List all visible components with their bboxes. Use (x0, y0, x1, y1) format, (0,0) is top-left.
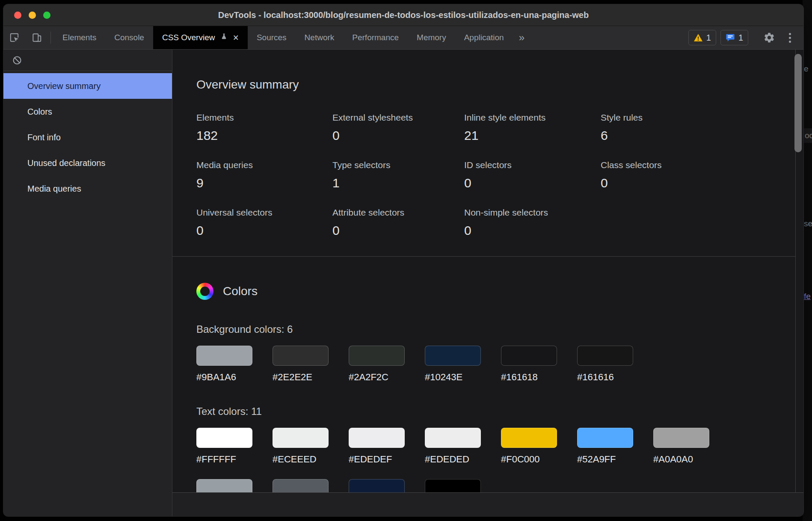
sidebar-item[interactable]: Font info (3, 124, 172, 150)
color-swatch-chip[interactable] (501, 346, 557, 366)
panel-tab[interactable]: Console × (105, 26, 153, 49)
panel-tab-label: CSS Overview (162, 33, 215, 42)
more-tabs-button[interactable]: » (513, 26, 530, 49)
panel-tab[interactable]: Elements × (53, 26, 105, 49)
stat-value: 9 (196, 174, 332, 192)
sidebar-item[interactable]: Overview summary (3, 73, 172, 99)
background-link-fragment: fe (804, 292, 811, 301)
sidebar-item-label: Colors (27, 107, 52, 117)
stat-value: 0 (332, 126, 464, 145)
color-swatch-chip[interactable] (425, 479, 481, 493)
css-overview-sidebar: Overview summary Colors Font info Unused… (3, 50, 172, 516)
color-swatch-chip[interactable] (653, 428, 709, 448)
stat-value: 6 (601, 126, 795, 145)
panel-tab-label: Memory (417, 33, 446, 42)
inspect-element-icon[interactable] (3, 26, 26, 49)
panel-tab[interactable]: Memory × (408, 26, 455, 49)
color-swatch-hex: #F0C000 (501, 454, 557, 465)
color-swatch-hex: #161618 (501, 372, 557, 382)
color-swatch: #A0A0A0 (653, 428, 709, 465)
messages-badge[interactable]: 1 (720, 30, 748, 45)
color-swatch-hex: #EDEDEF (349, 454, 405, 465)
color-swatch-hex: #ECEEED (273, 454, 329, 465)
sidebar-item-label: Media queries (27, 184, 81, 194)
colors-heading: Colors (223, 284, 258, 298)
warnings-badge[interactable]: 1 (688, 30, 716, 45)
panel-tab[interactable]: Network × (296, 26, 344, 49)
panel-tabs: Elements × Console (53, 26, 513, 49)
settings-gear-icon[interactable] (758, 32, 780, 44)
close-tab-icon[interactable]: × (233, 33, 238, 43)
device-toolbar-icon[interactable] (26, 26, 48, 49)
pane-bottom-strip (172, 492, 803, 516)
color-swatch-chip[interactable] (273, 428, 329, 448)
color-swatch: #FFFFFF (196, 428, 252, 465)
color-swatch (425, 479, 481, 493)
clipped-colors-row (196, 479, 795, 493)
color-swatch: #10243E (425, 346, 481, 382)
panel-tab-label: Elements (62, 33, 96, 42)
color-swatch (349, 479, 405, 493)
color-swatch-chip[interactable] (196, 346, 252, 366)
color-swatch-hex: #161616 (577, 372, 633, 382)
sidebar-list: Overview summary Colors Font info Unused… (3, 71, 172, 201)
summary-stat: Elements 182 (196, 111, 332, 145)
color-swatch-chip[interactable] (196, 428, 252, 448)
color-swatch-chip[interactable] (349, 428, 405, 448)
stat-value: 1 (332, 174, 464, 192)
color-swatch: #161618 (501, 346, 557, 382)
color-swatch-chip[interactable] (349, 479, 405, 493)
sidebar-toolbar (3, 50, 172, 71)
color-swatch-chip[interactable] (196, 479, 252, 493)
color-swatch-chip[interactable] (577, 428, 633, 448)
panel-tab-label: Network (305, 33, 335, 42)
color-swatch-hex: #9BA1A6 (196, 372, 252, 382)
color-swatch-chip[interactable] (273, 346, 329, 366)
vertical-scrollbar-thumb[interactable] (794, 54, 802, 152)
color-swatch-hex: #2E2E2E (273, 372, 329, 382)
devtools-toolbar: Elements × Console (3, 26, 803, 50)
panel-tab[interactable]: Performance × (343, 26, 408, 49)
color-swatch-hex: #52A9FF (577, 454, 633, 465)
devtools-content: Overview summary Colors Font info Unused… (3, 50, 803, 516)
stat-value: 0 (332, 221, 464, 240)
color-swatch-hex: #2A2F2C (349, 372, 405, 382)
sidebar-item-label: Font info (27, 133, 61, 142)
panel-tab-label: Sources (257, 33, 287, 42)
more-options-kebab-icon[interactable] (780, 33, 799, 43)
panel-tab[interactable]: Application × (455, 26, 513, 49)
stat-value: 21 (464, 126, 601, 145)
minimize-window-button[interactable] (29, 12, 36, 19)
color-swatch: #2E2E2E (273, 346, 329, 382)
close-window-button[interactable] (14, 12, 21, 19)
background-text-fragment: oc (804, 128, 812, 143)
color-swatch-hex: #FFFFFF (196, 454, 252, 465)
summary-stat: Class selectors 0 (601, 159, 795, 192)
background-window-sliver: e oc se fe (803, 0, 812, 521)
devtools-window: DevTools - localhost:3000/blog/resumen-d… (3, 4, 803, 516)
sidebar-item[interactable]: Colors (3, 99, 172, 124)
stat-label: Inline style elements (464, 111, 601, 124)
color-swatch-chip[interactable] (349, 346, 405, 366)
color-swatch: #9BA1A6 (196, 346, 252, 382)
panel-tab-label: Application (464, 33, 504, 42)
clear-overview-icon[interactable] (12, 55, 22, 65)
panel-tab[interactable]: Sources × (248, 26, 296, 49)
panel-tab[interactable]: CSS Overview × (153, 26, 248, 49)
color-swatch: #ECEEED (273, 428, 329, 465)
sidebar-item[interactable]: Media queries (3, 176, 172, 201)
color-swatch-chip[interactable] (273, 479, 329, 493)
message-bubble-icon (726, 33, 735, 42)
sidebar-item-label: Unused declarations (27, 158, 105, 168)
color-swatch-chip[interactable] (425, 346, 481, 366)
sidebar-item[interactable]: Unused declarations (3, 150, 172, 176)
stat-label: Attribute selectors (332, 206, 464, 219)
color-swatch-chip[interactable] (425, 428, 481, 448)
color-swatch-chip[interactable] (501, 428, 557, 448)
color-swatch (196, 479, 252, 493)
overview-summary-heading: Overview summary (196, 78, 795, 92)
color-swatch-chip[interactable] (577, 346, 633, 366)
sidebar-item-label: Overview summary (27, 81, 101, 91)
zoom-window-button[interactable] (43, 12, 50, 19)
summary-stat: Universal selectors 0 (196, 206, 332, 240)
